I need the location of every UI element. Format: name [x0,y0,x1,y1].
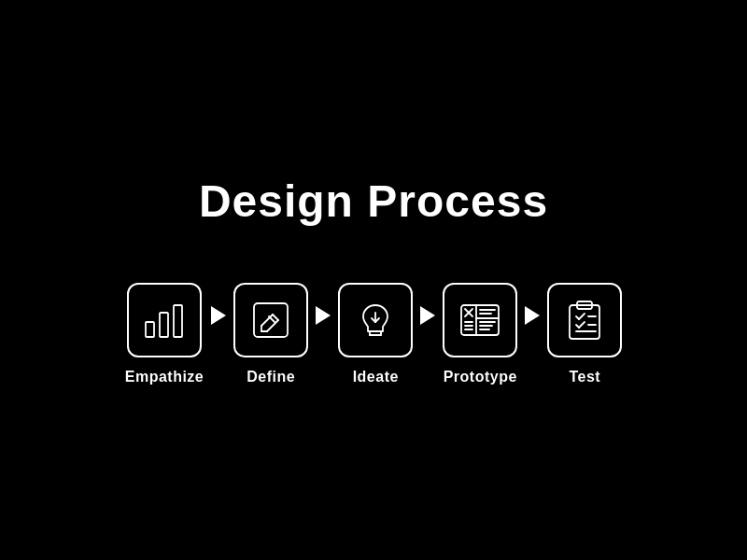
ideate-icon [351,296,400,344]
test-icon [560,296,609,344]
define-icon [247,296,295,344]
svg-line-6 [267,320,278,331]
svg-line-32 [579,314,585,319]
arrow-4 [525,306,540,325]
svg-rect-3 [254,303,288,337]
empathize-label: Empathize [125,369,204,385]
arrow-2 [316,306,331,325]
test-icon-box [547,283,622,357]
step-prototype: Prototype [443,283,517,385]
empathize-icon-box [127,283,202,357]
prototype-icon [456,296,504,344]
arrow-1 [211,306,226,325]
svg-rect-1 [160,313,168,337]
step-define: Define [233,283,308,385]
svg-line-9 [269,316,275,322]
ideate-icon-box [338,283,413,357]
svg-rect-0 [146,322,154,337]
step-ideate: Ideate [338,283,413,385]
ideate-label: Ideate [353,369,399,385]
step-empathize: Empathize [125,283,204,385]
svg-line-35 [579,322,585,328]
step-test: Test [547,283,622,385]
define-icon-box [233,283,308,357]
arrow-3 [420,306,435,325]
svg-line-5 [273,315,278,320]
test-label: Test [569,369,600,385]
page-title: Design Process [199,175,548,227]
prototype-icon-box [443,283,517,357]
define-label: Define [247,369,295,385]
prototype-label: Prototype [444,369,517,385]
svg-line-4 [261,315,273,326]
empathize-icon [140,296,189,344]
process-row: Empathize Define [125,283,623,385]
svg-rect-2 [174,305,182,337]
